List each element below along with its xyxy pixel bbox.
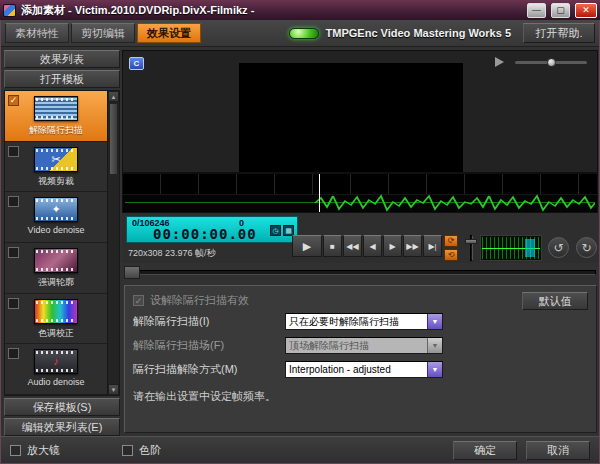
- play-button[interactable]: ▶: [292, 235, 322, 257]
- volume-slider[interactable]: [515, 61, 587, 64]
- effect-list-scrollbar[interactable]: ▲ ▼: [107, 91, 119, 395]
- effect-checkbox[interactable]: [8, 196, 19, 207]
- deinterlace-field-dropdown[interactable]: 顶场解除隔行扫描 ▼: [285, 337, 443, 354]
- ok-button[interactable]: 确定: [453, 441, 517, 460]
- effect-label: Video denoise: [28, 225, 85, 235]
- effect-checkbox[interactable]: [8, 348, 19, 359]
- effect-label: 解除隔行扫描: [29, 124, 83, 137]
- minimize-button[interactable]: —: [527, 3, 546, 18]
- effect-label: Audio denoise: [27, 377, 84, 387]
- navigator-scope[interactable]: [480, 235, 542, 261]
- waveform-graphic: [315, 194, 595, 212]
- titlebar[interactable]: 添加素材 - Victim.2010.DVDRip.DivX-Filmikz -…: [0, 0, 600, 20]
- effect-item-sharpen[interactable]: 强调轮廓: [5, 243, 107, 294]
- playback-controls: 0/106246 0 00:00:00.00 ◷ ▦ 720x308 23.97…: [122, 213, 598, 263]
- save-template-button[interactable]: 保存模板(S): [4, 398, 120, 416]
- step-back-button[interactable]: ◀: [363, 235, 382, 257]
- scrollbar-track[interactable]: [108, 176, 119, 384]
- cancel-button[interactable]: 取消: [526, 441, 590, 460]
- slider-handle[interactable]: [465, 239, 477, 244]
- seek-bar[interactable]: [122, 263, 598, 281]
- chevron-down-icon[interactable]: ▼: [427, 314, 442, 329]
- deinterlace-mode-label: 解除隔行扫描(I): [133, 314, 285, 329]
- setting-row: 解除隔行扫描场(F) 顶场解除隔行扫描 ▼: [133, 335, 588, 356]
- magnifier-checkbox[interactable]: [10, 445, 21, 456]
- undo-button[interactable]: ↺: [548, 237, 569, 258]
- levels-checkbox[interactable]: [122, 445, 133, 456]
- effect-label: 强调轮廓: [38, 276, 74, 289]
- effect-list: 解除隔行扫描 ✂ 视频剪裁 ✦ Video denoise 强调轮廓: [4, 90, 120, 396]
- tab-clip-properties[interactable]: 素材特性: [5, 23, 69, 43]
- brand-text: TMPGEnc Video Mastering Works 5: [326, 27, 511, 39]
- effect-item-video-denoise[interactable]: ✦ Video denoise: [5, 192, 107, 243]
- effect-checkbox[interactable]: [8, 247, 19, 258]
- clip-marker-icon: C: [129, 57, 144, 70]
- led-icon: [289, 28, 319, 39]
- compare-toggle-icon[interactable]: ⟲: [444, 249, 458, 261]
- color-correction-icon: [34, 299, 78, 324]
- levels-label: 色阶: [139, 443, 161, 458]
- seek-track[interactable]: [124, 270, 596, 275]
- deinterlace-mode-dropdown[interactable]: 只在必要时解除隔行扫描 ▼: [285, 313, 443, 330]
- edit-effect-list-button[interactable]: 编辑效果列表(E): [4, 418, 120, 436]
- stop-button[interactable]: ■: [323, 235, 342, 257]
- default-values-button[interactable]: 默认值: [522, 292, 588, 310]
- audio-waveform-track[interactable]: [123, 194, 597, 212]
- deinterlace-method-dropdown[interactable]: Interpolation - adjusted ▼: [285, 361, 443, 378]
- scroll-down-icon[interactable]: ▼: [108, 384, 119, 395]
- sharpen-icon: [34, 248, 78, 273]
- app-window: 添加素材 - Victim.2010.DVDRip.DivX-Filmikz -…: [0, 0, 600, 464]
- time-mode-icon[interactable]: ◷: [270, 225, 281, 236]
- close-button[interactable]: ✕: [575, 3, 597, 18]
- video-thumbnail-track[interactable]: [123, 174, 597, 195]
- enable-deinterlace-checkbox[interactable]: [133, 295, 144, 306]
- effect-checkbox[interactable]: [8, 298, 19, 309]
- effect-checkbox[interactable]: [8, 95, 19, 106]
- clip-info: 720x308 23.976 帧/秒: [128, 247, 216, 260]
- speaker-icon: [495, 57, 509, 67]
- chevron-down-icon[interactable]: ▼: [427, 362, 442, 377]
- effect-item-video-crop[interactable]: ✂ 视频剪裁: [5, 142, 107, 193]
- dropdown-value: 顶场解除隔行扫描: [286, 339, 427, 353]
- maximize-button[interactable]: ▢: [551, 3, 570, 18]
- effect-sidebar: 效果列表 打开模板 解除隔行扫描 ✂ 视频剪裁 ✦ Video denoise: [4, 50, 120, 436]
- setting-row: 隔行扫描解除方式(M) Interpolation - adjusted ▼: [133, 359, 588, 380]
- effect-item-color-correction[interactable]: 色调校正: [5, 294, 107, 345]
- redo-button[interactable]: ↻: [576, 237, 597, 258]
- app-icon: [3, 4, 16, 17]
- scope-selection: [525, 239, 535, 257]
- enable-deinterlace-label: 设解除隔行扫描有效: [150, 293, 249, 308]
- open-template-button[interactable]: 打开模板: [4, 70, 120, 88]
- open-help-button[interactable]: 打开帮助.: [523, 23, 595, 43]
- timecode-display: 0/106246 0 00:00:00.00 ◷ ▦: [126, 216, 298, 243]
- loop-toggle-icon[interactable]: ⟳: [444, 235, 458, 247]
- tab-effect-settings[interactable]: 效果设置: [137, 23, 201, 43]
- chevron-down-icon: ▼: [427, 338, 442, 353]
- deinterlace-settings-panel: 设解除隔行扫描有效 默认值 解除隔行扫描(I) 只在必要时解除隔行扫描 ▼ 解除…: [124, 285, 597, 433]
- magnifier-label: 放大镜: [27, 443, 60, 458]
- effect-item-audio-denoise[interactable]: ♪ Audio denoise: [5, 344, 107, 395]
- go-to-end-button[interactable]: ▶|: [423, 235, 442, 257]
- scrollbar-thumb[interactable]: [109, 103, 118, 175]
- tab-bar: 素材特性 剪切编辑 效果设置 TMPGEnc Video Mastering W…: [1, 20, 599, 47]
- fast-forward-button[interactable]: ▶▶: [403, 235, 422, 257]
- dropdown-value: 只在必要时解除隔行扫描: [286, 315, 427, 329]
- effect-list-header: 效果列表: [4, 50, 120, 68]
- tab-cut-edit[interactable]: 剪切编辑: [71, 23, 135, 43]
- framerate-note: 请在输出设置中设定帧频率。: [133, 389, 588, 404]
- effect-checkbox[interactable]: [8, 146, 19, 157]
- rewind-button[interactable]: ◀◀: [343, 235, 362, 257]
- deinterlace-icon: [34, 96, 78, 121]
- playhead-marker[interactable]: [319, 174, 320, 212]
- volume-knob[interactable]: [547, 58, 556, 67]
- dropdown-value: Interpolation - adjusted: [286, 364, 427, 375]
- step-forward-button[interactable]: ▶: [383, 235, 402, 257]
- effect-label: 色调校正: [38, 327, 74, 340]
- preview-volume-slider[interactable]: [465, 235, 477, 261]
- scroll-up-icon[interactable]: ▲: [108, 91, 119, 102]
- timeline-strip[interactable]: [122, 173, 598, 213]
- effect-item-deinterlace[interactable]: 解除隔行扫描: [5, 91, 107, 142]
- video-preview-area: C: [122, 50, 598, 173]
- window-title: 添加素材 - Victim.2010.DVDRip.DivX-Filmikz -: [21, 3, 522, 18]
- seek-handle[interactable]: [124, 266, 140, 279]
